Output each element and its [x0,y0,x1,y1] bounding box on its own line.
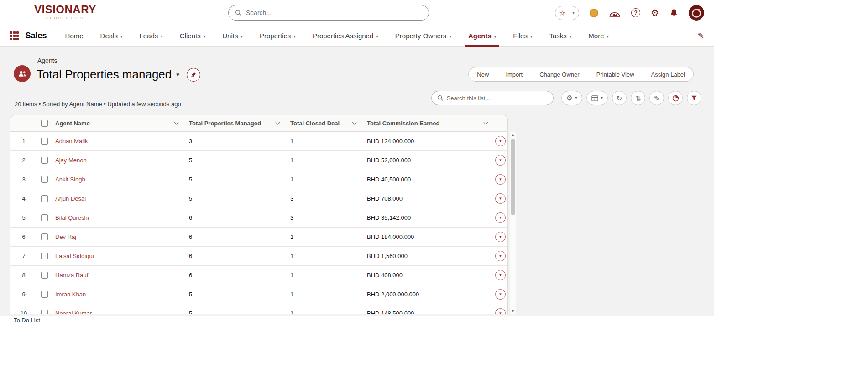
printable-view-button[interactable]: Printable View [588,67,643,82]
row-actions-button[interactable]: ▼ [495,232,506,242]
list-settings-button[interactable]: ⚙ ▾ [561,91,582,105]
list-view-selector-caret-icon[interactable]: ▾ [176,71,179,78]
app-name[interactable]: Sales [26,31,47,41]
chevron-down-icon[interactable]: ▾ [241,33,243,39]
app-launcher-icon[interactable] [10,31,19,40]
nav-item-deals[interactable]: Deals▾ [100,26,123,46]
select-all-checkbox[interactable] [41,120,48,127]
chevron-down-icon[interactable]: ▾ [570,33,572,39]
column-menu-chevron-icon[interactable] [276,120,280,125]
row-actions-button[interactable]: ▼ [495,212,506,223]
import-button[interactable]: Import [497,67,531,82]
chevron-down-icon[interactable]: ▾ [161,33,163,39]
nav-item-more[interactable]: More▾ [588,26,609,46]
status-dot-icon[interactable] [590,9,598,17]
global-search-input[interactable] [246,9,422,16]
row-actions-button[interactable]: ▼ [495,308,506,314]
chevron-down-icon[interactable]: ▾ [572,10,575,15]
pin-list-view-button[interactable] [187,68,200,82]
row-actions-button[interactable]: ▼ [495,193,506,204]
todo-list-label[interactable]: To Do List [14,317,40,324]
row-checkbox[interactable] [41,157,48,164]
nav-item-property-owners[interactable]: Property Owners▾ [395,26,451,46]
agent-name-link[interactable]: Arjun Desai [55,195,86,202]
chevron-down-icon[interactable]: ▾ [530,33,533,39]
new-button[interactable]: New [468,67,497,82]
chevron-down-icon[interactable]: ▾ [449,33,451,39]
row-checkbox[interactable] [41,310,48,314]
row-checkbox[interactable] [41,272,48,279]
refresh-button[interactable]: ↻ [612,91,627,105]
nav-item-home[interactable]: Home [65,26,84,46]
scroll-up-arrow[interactable]: ▲ [510,133,516,137]
row-checkbox[interactable] [41,138,48,145]
column-header-agent-name[interactable]: Agent Name↑ [52,115,183,131]
nav-item-leads[interactable]: Leads▾ [139,26,162,46]
setup-gear-icon[interactable]: ⚙ [651,8,659,17]
row-actions-button[interactable]: ▼ [495,155,506,166]
row-actions-button[interactable]: ▼ [495,136,506,146]
agent-name-link[interactable]: Hamza Rauf [55,272,88,279]
list-search-input[interactable] [447,95,548,102]
agent-name-link[interactable]: Imran Khan [55,291,86,298]
row-checkbox[interactable] [41,195,48,202]
row-actions-button[interactable]: ▼ [495,174,506,185]
brand-logo[interactable]: VISIONARY PROPERTIES [34,4,96,20]
charts-button[interactable] [668,91,683,105]
breadcrumb[interactable]: Agents [37,57,58,64]
user-avatar[interactable] [689,5,704,21]
row-actions-button[interactable]: ▼ [495,251,506,261]
favorites-button[interactable]: ☆ ▾ [555,6,579,20]
nav-item-agents[interactable]: Agents▾ [468,26,496,46]
notifications-bell-icon[interactable] [669,8,678,17]
display-as-table-button[interactable]: ▾ [586,91,608,105]
column-menu-chevron-icon[interactable] [352,120,357,125]
nav-item-properties-assigned[interactable]: Properties Assigned▾ [313,26,378,46]
row-actions-button[interactable]: ▼ [495,270,506,280]
nav-item-files[interactable]: Files▾ [513,26,532,46]
row-checkbox[interactable] [41,233,48,240]
trailhead-icon[interactable] [609,8,621,18]
global-search[interactable] [228,5,429,21]
scroll-down-arrow[interactable]: ▼ [510,309,516,313]
column-menu-chevron-icon[interactable] [174,120,179,125]
help-icon[interactable]: ? [631,8,640,17]
agent-name-link[interactable]: Adnan Malik [55,138,88,145]
nav-items: Home Deals▾ Leads▾ Clients▾ Units▾ Prope… [65,26,609,46]
filter-button[interactable] [687,91,701,105]
change-owner-button[interactable]: Change Owner [531,67,588,82]
chevron-down-icon[interactable]: ▾ [120,33,123,39]
row-checkbox[interactable] [41,291,48,298]
row-checkbox[interactable] [41,214,48,221]
caret-down-icon: ▼ [499,139,502,143]
agent-name-link[interactable]: Ankit Singh [55,176,85,183]
agent-name-link[interactable]: Ajay Menon [55,157,87,164]
list-search[interactable] [431,91,554,105]
chevron-down-icon[interactable]: ▾ [204,33,206,39]
column-header-total-closed-deal[interactable]: Total Closed Deal [284,115,361,131]
chevron-down-icon[interactable]: ▾ [494,33,497,39]
inline-edit-button[interactable]: ✎ [649,91,664,105]
edit-nav-pencil-icon[interactable]: ✎ [698,32,704,40]
agent-name-link[interactable]: Bilal Qureshi [55,214,89,221]
agent-name-link[interactable]: Faisal Siddiqui [55,253,94,259]
nav-item-clients[interactable]: Clients▾ [180,26,205,46]
nav-item-properties[interactable]: Properties▾ [260,26,296,46]
agent-name-link[interactable]: Neeraj Kumar [55,310,92,314]
row-checkbox[interactable] [41,176,48,183]
row-checkbox[interactable] [41,253,48,259]
column-header-total-properties[interactable]: Total Properties Managed [183,115,284,131]
scrollbar-thumb[interactable] [511,139,515,215]
nav-item-tasks[interactable]: Tasks▾ [549,26,571,46]
table-scrollbar[interactable]: ▲ ▼ [510,132,516,314]
chevron-down-icon[interactable]: ▾ [607,33,609,39]
agent-name-link[interactable]: Dev Raj [55,233,76,240]
sort-button[interactable]: ⇅ [631,91,645,105]
column-header-total-commission[interactable]: Total Commission Earned [361,115,492,131]
chevron-down-icon[interactable]: ▾ [293,33,296,39]
assign-label-button[interactable]: Assign Label [643,67,694,82]
nav-item-units[interactable]: Units▾ [222,26,243,46]
row-actions-button[interactable]: ▼ [495,289,506,300]
chevron-down-icon[interactable]: ▾ [376,33,378,39]
column-menu-chevron-icon[interactable] [484,120,488,125]
